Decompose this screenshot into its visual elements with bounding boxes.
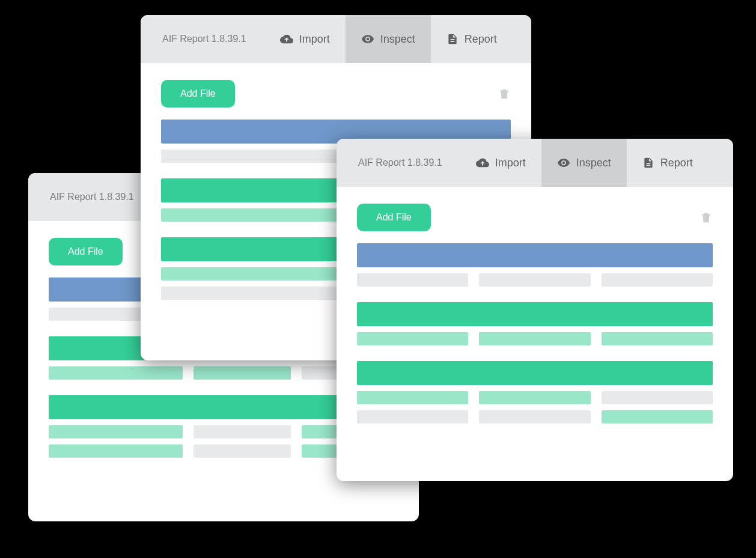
- tab-label: Report: [465, 33, 497, 46]
- aif-report-window-front: AIF Report 1.8.39.1 Import Inspect Repor…: [337, 139, 733, 481]
- placeholder-cell: [602, 391, 713, 404]
- placeholder-cell: [357, 273, 468, 287]
- placeholder-cell: [602, 410, 713, 423]
- tab-inspect[interactable]: Inspect: [541, 139, 627, 187]
- file-header: [357, 302, 713, 326]
- placeholder-cell: [49, 444, 183, 458]
- placeholder-cell: [49, 425, 183, 438]
- placeholder-cell: [479, 332, 590, 345]
- tab-report[interactable]: Report: [627, 139, 709, 187]
- file-header: [357, 243, 713, 267]
- tab-label: Inspect: [576, 157, 611, 169]
- placeholder-cell: [602, 273, 713, 287]
- placeholder-cell: [357, 410, 468, 423]
- cloud-upload-icon: [476, 156, 489, 169]
- toolbar: AIF Report 1.8.39.1 Import Inspect Repor…: [141, 15, 531, 63]
- placeholder-cell: [194, 366, 290, 380]
- tab-inspect[interactable]: Inspect: [346, 15, 431, 63]
- file-block-3: [357, 361, 713, 423]
- placeholder-cell: [602, 332, 713, 345]
- placeholder-cell: [49, 366, 183, 380]
- tab-report[interactable]: Report: [431, 15, 513, 63]
- cloud-upload-icon: [280, 32, 293, 46]
- trash-icon[interactable]: [498, 86, 511, 101]
- placeholder-cell: [479, 410, 590, 423]
- trash-icon[interactable]: [700, 210, 713, 225]
- add-file-button[interactable]: Add File: [357, 204, 431, 231]
- add-file-button[interactable]: Add File: [161, 80, 235, 108]
- file-block-1: [357, 243, 713, 287]
- placeholder-cell: [479, 391, 590, 404]
- eye-icon: [361, 32, 374, 46]
- placeholder-cell: [194, 444, 290, 458]
- tab-label: Import: [299, 33, 330, 46]
- file-header: [357, 361, 713, 385]
- tab-import[interactable]: Import: [264, 15, 346, 63]
- eye-icon: [557, 156, 570, 169]
- tab-label: Import: [495, 157, 526, 169]
- toolbar: AIF Report 1.8.39.1 Import Inspect Repor…: [337, 139, 733, 187]
- add-file-button[interactable]: Add File: [49, 238, 123, 265]
- tab-import[interactable]: Import: [460, 139, 541, 187]
- document-icon: [642, 156, 654, 169]
- placeholder-cell: [357, 391, 468, 404]
- app-title: AIF Report 1.8.39.1: [162, 34, 246, 44]
- placeholder-cell: [479, 273, 590, 287]
- placeholder-cell: [194, 425, 290, 438]
- tab-label: Inspect: [380, 33, 415, 46]
- placeholder-cell: [357, 332, 468, 345]
- document-icon: [447, 32, 459, 46]
- content-area: Add File: [337, 187, 733, 481]
- app-title: AIF Report 1.8.39.1: [358, 157, 442, 168]
- tab-label: Report: [660, 157, 693, 169]
- file-block-2: [357, 302, 713, 345]
